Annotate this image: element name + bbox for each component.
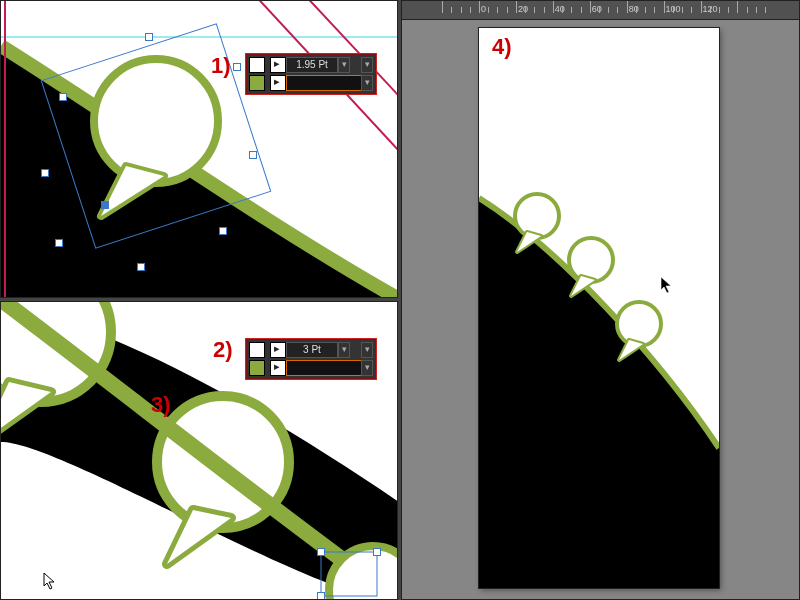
ruler-tick	[590, 1, 591, 13]
stroke-swatch-dropdown[interactable]	[270, 75, 286, 91]
step-label-4: 4)	[492, 34, 512, 60]
ruler-minor-tick	[488, 7, 489, 13]
ruler-minor-tick	[571, 7, 572, 13]
ruler-minor-tick	[507, 7, 508, 13]
selection-handle[interactable]	[145, 33, 153, 41]
cursor-icon	[660, 276, 674, 294]
selection-handle[interactable]	[137, 263, 145, 271]
ruler-minor-tick	[525, 7, 526, 13]
svg-point-11	[515, 194, 559, 238]
stroke-swatch[interactable]	[249, 360, 265, 376]
ruler-minor-tick	[534, 7, 535, 13]
ruler-minor-tick	[654, 7, 655, 13]
ruler-horizontal[interactable]: 020406080100120	[402, 1, 799, 20]
ruler-label: 80	[629, 4, 639, 14]
stroke-swatch-dropdown[interactable]	[270, 360, 286, 376]
selection-handle[interactable]	[59, 93, 67, 101]
ruler-minor-tick	[719, 7, 720, 13]
ruler-minor-tick	[608, 7, 609, 13]
ruler-tick	[737, 1, 738, 13]
ruler-label: 20	[518, 4, 528, 14]
svg-point-13	[617, 302, 661, 346]
appearance-panel-1: 1.95 Pt ▾ ▾ ▾	[245, 53, 377, 95]
ruler-minor-tick	[728, 7, 729, 13]
fill-swatch[interactable]	[249, 342, 265, 358]
ruler-minor-tick	[581, 7, 582, 13]
ruler-tick	[442, 1, 443, 13]
panel-step-4: 020406080100120 4)	[401, 0, 800, 600]
selection-handle[interactable]	[317, 548, 325, 556]
ruler-minor-tick	[562, 7, 563, 13]
ruler-minor-tick	[636, 7, 637, 13]
ruler-minor-tick	[691, 7, 692, 13]
step-label-3: 3)	[151, 392, 171, 418]
ruler-tick	[516, 1, 517, 13]
ruler-tick	[553, 1, 554, 13]
ruler-minor-tick	[470, 7, 471, 13]
artwork-preview	[479, 28, 719, 588]
pane-divider-vertical	[398, 0, 401, 600]
stroke-profile-dropdown[interactable]: ▾	[361, 57, 373, 73]
artboard	[479, 28, 719, 588]
ruler-tick	[701, 1, 702, 13]
svg-point-12	[569, 238, 613, 282]
canvas-step-1	[1, 1, 398, 298]
selection-handle[interactable]	[55, 239, 63, 247]
panel-step-1: 1) 1.95 Pt ▾ ▾ ▾	[0, 0, 398, 298]
svg-point-4	[94, 59, 218, 183]
fill-swatch[interactable]	[249, 57, 265, 73]
stroke-style-dropdown[interactable]: ▾	[361, 360, 373, 376]
stroke-weight-stepper[interactable]: ▾	[338, 342, 350, 358]
fill-swatch-dropdown[interactable]	[270, 57, 286, 73]
step-label-1: 1)	[211, 53, 231, 79]
pane-divider-horizontal	[0, 298, 398, 301]
ruler-tick	[479, 1, 480, 13]
stroke-profile-dropdown[interactable]: ▾	[361, 342, 373, 358]
fill-swatch-dropdown[interactable]	[270, 342, 286, 358]
ruler-minor-tick	[599, 7, 600, 13]
ruler-minor-tick	[765, 7, 766, 13]
stroke-swatch[interactable]	[249, 75, 265, 91]
ruler-minor-tick	[461, 7, 462, 13]
ruler-label: 40	[555, 4, 565, 14]
step-label-2: 2)	[213, 337, 233, 363]
stroke-weight-stepper[interactable]: ▾	[338, 57, 350, 73]
stroke-style-field[interactable]	[286, 360, 368, 376]
selection-handle[interactable]	[219, 227, 227, 235]
ruler-minor-tick	[756, 7, 757, 13]
stroke-style-dropdown[interactable]: ▾	[361, 75, 373, 91]
ruler-minor-tick	[710, 7, 711, 13]
selection-handle[interactable]	[233, 63, 241, 71]
svg-rect-10	[53, 584, 57, 588]
selection-handle[interactable]	[317, 592, 325, 600]
ruler-minor-tick	[497, 7, 498, 13]
selection-handle[interactable]	[373, 548, 381, 556]
ruler-minor-tick	[673, 7, 674, 13]
ruler-label: 60	[592, 4, 602, 14]
ruler-tick	[627, 1, 628, 13]
cursor-icon	[43, 572, 57, 590]
ruler-minor-tick	[747, 7, 748, 13]
ruler-minor-tick	[617, 7, 618, 13]
stroke-weight-field[interactable]: 1.95 Pt	[286, 57, 338, 73]
appearance-panel-2: 3 Pt ▾ ▾ ▾	[245, 338, 377, 380]
ruler-tick	[664, 1, 665, 13]
ruler-minor-tick	[682, 7, 683, 13]
selection-handle[interactable]	[41, 169, 49, 177]
stroke-weight-field[interactable]: 3 Pt	[286, 342, 338, 358]
ruler-minor-tick	[544, 7, 545, 13]
selection-handle[interactable]	[249, 151, 257, 159]
selection-handle-anchor[interactable]	[101, 201, 109, 209]
panel-step-2-3: 2) 3) 3 Pt ▾ ▾ ▾	[0, 301, 398, 600]
ruler-minor-tick	[451, 7, 452, 13]
stroke-style-field[interactable]	[286, 75, 368, 91]
ruler-minor-tick	[645, 7, 646, 13]
ruler-label: 0	[481, 4, 486, 14]
